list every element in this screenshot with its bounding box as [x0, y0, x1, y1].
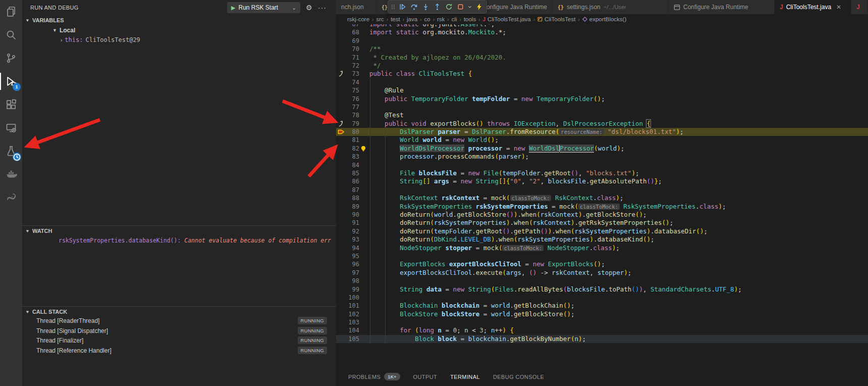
code-line[interactable]: 79 public void exportBlocks() throws IOE… — [336, 120, 868, 128]
code-line[interactable]: 105 Block block = blockchain.getBlockByN… — [336, 335, 868, 343]
step-out-button[interactable] — [432, 2, 443, 13]
thread-status-badge: RUNNING — [298, 317, 327, 324]
watch-section-header[interactable]: ▼ WATCH — [22, 225, 336, 235]
step-into-button[interactable] — [420, 2, 431, 13]
code-line[interactable]: 71 * Created by ajlopez on 26/04/2020. — [336, 54, 868, 62]
gear-icon[interactable]: ⚙ — [306, 4, 312, 12]
breadcrumb-item-src[interactable]: src — [376, 16, 384, 22]
code-line[interactable]: 74 — [336, 78, 868, 86]
code-line[interactable]: 76 public TemporaryFolder tempFolder = n… — [336, 95, 868, 103]
variables-scope-local[interactable]: ▼ Local — [52, 27, 75, 34]
code-text: doReturn(DbKind.LEVEL_DB).when(rskSystem… — [369, 235, 655, 244]
variable-this-row[interactable]: › this: CliToolsTest@29 — [61, 36, 140, 43]
panel-tab-terminal[interactable]: TERMINAL — [450, 374, 480, 380]
search-activity-item[interactable] — [0, 23, 22, 46]
restart-button[interactable] — [444, 2, 454, 13]
code-editor[interactable]: 67import static org.junit.Assert.*;68imp… — [336, 20, 868, 343]
code-line[interactable]: 98 — [336, 277, 868, 285]
line-number: 103 — [345, 318, 359, 326]
code-line[interactable]: 86 String[] args = new String[]{"0", "2"… — [336, 177, 868, 185]
extensions-activity-item[interactable] — [0, 93, 22, 116]
variables-section-header[interactable]: ▼ VARIABLES — [22, 15, 336, 25]
run-and-debug-activity-item[interactable]: 1 — [0, 70, 22, 93]
breadcrumb-item-cli[interactable]: cli — [452, 16, 457, 22]
code-line[interactable]: 80 DslParser parser = DslParser.fromReso… — [336, 128, 868, 136]
line-number: 97 — [345, 269, 359, 277]
code-line[interactable]: 96 ExportBlocks exportBlocksCliTool = ne… — [336, 260, 868, 268]
code-line[interactable]: 75 @Rule — [336, 86, 868, 94]
watch-expression-row[interactable]: rskSystemProperties.databaseKind(): Cann… — [59, 237, 331, 244]
code-line[interactable]: 94 NodeStopper stopper = mock(classToMoc… — [336, 244, 868, 252]
panel-tab-problems[interactable]: PROBLEMS1K+ — [348, 373, 400, 380]
panel-tab-debug-console[interactable]: DEBUG CONSOLE — [493, 374, 544, 380]
tab-settings-json[interactable]: {}settings.json~/.../User — [553, 0, 669, 14]
breadcrumb-item-exportblocks-[interactable]: exportBlocks() — [582, 16, 627, 22]
tab-clitoolstest-java[interactable]: JCliToolsTest.java✕ — [775, 0, 851, 14]
remote-explorer-activity-item[interactable] — [0, 116, 22, 139]
code-line[interactable]: 95 — [336, 252, 868, 260]
code-line[interactable]: 69 — [336, 37, 868, 45]
hot-code-replace-button[interactable] — [474, 2, 484, 13]
code-line[interactable]: 89 RskSystemProperties rskSystemProperti… — [336, 203, 868, 211]
fold-arrow-icon[interactable] — [338, 120, 345, 127]
code-line[interactable]: 97 exportBlocksCliTool.execute(args, () … — [336, 269, 868, 277]
breadcrumb-item-java[interactable]: java — [407, 16, 417, 22]
code-line[interactable]: 82 WorldDslProcessor processor = new Wor… — [336, 144, 868, 153]
tab-partial-right[interactable]: J — [851, 0, 868, 14]
testing-activity-item[interactable] — [0, 139, 22, 163]
call-stack-thread-row[interactable]: Thread [Reference Handler]RUNNING — [22, 346, 336, 356]
breadcrumb-item-test[interactable]: test — [391, 16, 400, 22]
breadcrumb-item-clitoolstest-java[interactable]: JCliToolsTest.java — [483, 16, 531, 22]
debug-current-line-icon[interactable] — [338, 128, 345, 135]
breadcrumb-item-rskj-core[interactable]: rskj-core — [347, 16, 369, 22]
fold-arrow-icon[interactable] — [338, 70, 345, 77]
code-line[interactable]: 88 RskContext rskContext = mock(classToM… — [336, 194, 868, 202]
tab-launch-json-clipped[interactable]: nch.json — [336, 0, 376, 14]
close-icon[interactable]: ✕ — [836, 4, 841, 11]
lightbulb-icon[interactable] — [360, 145, 367, 152]
call-stack-thread-row[interactable]: Thread [Signal Dispatcher]RUNNING — [22, 326, 336, 336]
code-line[interactable]: 102 BlockStore blockStore = world.getBlo… — [336, 310, 868, 318]
panel-tab-output[interactable]: OUTPUT — [413, 374, 438, 380]
gradle-activity-item[interactable] — [0, 186, 22, 209]
tab-configure-java-runtime-2[interactable]: Configure Java Runtime — [669, 0, 775, 14]
breadcrumb-item-co[interactable]: co — [424, 16, 430, 22]
call-stack-thread-row[interactable]: Thread [ReaderThread]RUNNING — [22, 316, 336, 326]
code-line[interactable]: 90 doReturn(world.getBlockStore()).when(… — [336, 211, 868, 219]
breadcrumb-item-clitoolstest[interactable]: CliToolsTest — [537, 16, 575, 22]
code-line[interactable]: 87 — [336, 186, 868, 194]
code-line[interactable]: 100 — [336, 294, 868, 302]
code-line[interactable]: 72 */ — [336, 62, 868, 70]
breadcrumb-item-tools[interactable]: tools — [464, 16, 476, 22]
code-line[interactable]: 84 — [336, 161, 868, 169]
code-line[interactable]: 83 processor.processCommands(parser); — [336, 153, 868, 161]
code-line[interactable]: 93 doReturn(DbKind.LEVEL_DB).when(rskSys… — [336, 235, 868, 244]
code-line[interactable]: 99 String data = new String(Files.readAl… — [336, 285, 868, 294]
source-control-activity-item[interactable] — [0, 46, 22, 70]
code-line[interactable]: 77 — [336, 103, 868, 111]
stop-button[interactable] — [455, 2, 466, 13]
call-stack-thread-row[interactable]: Thread [Finalizer]RUNNING — [22, 335, 336, 346]
code-line[interactable]: 68import static org.mockito.Mockito.*; — [336, 28, 868, 36]
launch-configuration-dropdown[interactable]: ▶ Run RSK Start ⌄ — [227, 2, 300, 13]
thread-label: Thread [Reference Handler] — [36, 347, 112, 354]
code-line[interactable]: 85 File blocksFile = new File(tempFolder… — [336, 169, 868, 177]
more-actions-icon[interactable]: ··· — [318, 4, 327, 12]
call-stack-section-header[interactable]: ▼ CALL STACK — [22, 306, 336, 316]
stop-chevron[interactable] — [467, 2, 473, 13]
code-line[interactable]: 78 @Test — [336, 111, 868, 119]
continue-button[interactable] — [397, 2, 408, 13]
code-line[interactable]: 103 — [336, 318, 868, 326]
breadcrumb-item-rsk[interactable]: rsk — [437, 16, 445, 22]
code-line[interactable]: 101 Blockchain blockchain = world.getBlo… — [336, 302, 868, 310]
code-line[interactable]: 104 for (long n = 0; n < 3; n++) { — [336, 326, 868, 334]
drag-handle[interactable] — [390, 2, 396, 13]
step-over-button[interactable] — [409, 2, 419, 13]
code-line[interactable]: 81 World world = new World(); — [336, 136, 868, 144]
explorer-activity-item[interactable] — [0, 0, 22, 23]
code-line[interactable]: 73public class CliToolsTest { — [336, 70, 868, 78]
code-line[interactable]: 91 doReturn(rskSystemProperties).when(rs… — [336, 219, 868, 227]
code-line[interactable]: 70/** — [336, 45, 868, 53]
code-line[interactable]: 92 doReturn(tempFolder.getRoot().getPath… — [336, 227, 868, 235]
docker-activity-item[interactable] — [0, 163, 22, 186]
